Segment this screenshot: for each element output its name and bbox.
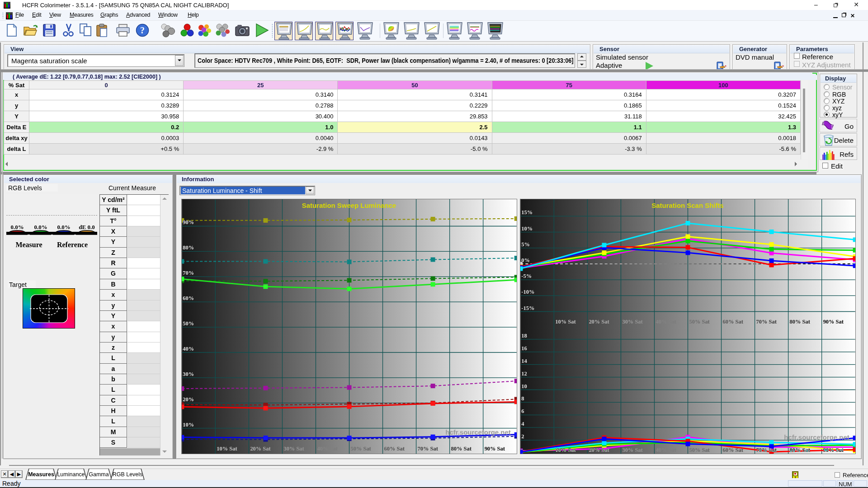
svg-text:50% Sat: 50% Sat [689,319,710,325]
svg-text:10% Sat: 10% Sat [555,447,576,453]
svg-text:0%: 0% [521,257,530,263]
svg-text:50% Sat: 50% Sat [689,447,710,453]
svg-text:30%: 30% [183,371,194,377]
svg-text:80%: 80% [183,244,194,251]
svg-text:-5%: -5% [521,273,532,279]
svg-text:20% Sat: 20% Sat [589,447,609,453]
svg-text:Saturation Sweep Luminance: Saturation Sweep Luminance [302,202,396,209]
svg-text:RGB Levels: RGB Levels [113,471,143,478]
svg-text:4: 4 [521,421,524,427]
svg-text:90% Sat: 90% Sat [823,319,844,325]
svg-text:5%: 5% [521,241,530,248]
svg-text:40% Sat: 40% Sat [317,446,338,452]
svg-text:50% Sat: 50% Sat [350,446,371,452]
svg-text:2: 2 [521,433,524,440]
svg-text:90% Sat: 90% Sat [485,446,505,452]
svg-text:8: 8 [521,395,524,402]
svg-text:70% Sat: 70% Sat [756,447,777,453]
svg-text:-15%: -15% [521,305,534,311]
svg-text:70%: 70% [183,270,194,276]
svg-text:?: ? [140,25,145,35]
svg-text:10: 10 [521,383,527,389]
svg-text:80% Sat: 80% Sat [790,447,811,453]
svg-text:Measures: Measures [28,471,54,478]
svg-text:10% Sat: 10% Sat [217,446,237,452]
svg-text:60%: 60% [183,295,194,301]
svg-text:Saturation Scan Shifts: Saturation Scan Shifts [651,202,723,209]
svg-text:90% Sat: 90% Sat [823,447,844,453]
svg-text:6: 6 [521,408,524,414]
svg-text:60% Sat: 60% Sat [723,447,744,453]
svg-text:-10%: -10% [521,289,534,295]
svg-text:80% Sat: 80% Sat [790,319,811,325]
svg-text:20% Sat: 20% Sat [589,319,609,325]
svg-text:60% Sat: 60% Sat [384,446,405,452]
svg-text:60% Sat: 60% Sat [723,319,744,325]
svg-text:40%: 40% [183,346,194,352]
svg-text:90%: 90% [183,220,194,226]
svg-text:30% Sat: 30% Sat [622,319,643,325]
svg-text:16: 16 [521,345,527,352]
svg-text:hcfr.sourceforge.net: hcfr.sourceforge.net [784,433,849,441]
svg-text:Gamma: Gamma [89,471,109,478]
svg-text:14: 14 [521,358,527,364]
svg-text:20%: 20% [183,396,194,403]
svg-text:30% Sat: 30% Sat [622,447,643,453]
svg-text:18: 18 [521,333,527,339]
svg-text:40% Sat: 40% Sat [656,319,676,325]
svg-text:40% Sat: 40% Sat [656,447,676,453]
svg-text:50%: 50% [183,320,194,327]
svg-text:80% Sat: 80% Sat [451,446,472,452]
svg-text:Luminance: Luminance [57,471,85,478]
svg-text:10% Sat: 10% Sat [555,319,576,325]
svg-text:70% Sat: 70% Sat [756,319,777,325]
svg-text:10%: 10% [183,422,194,428]
svg-text:10%: 10% [521,225,533,232]
svg-text:hcfr.sourceforge.net: hcfr.sourceforge.net [445,428,510,436]
svg-text:15%: 15% [521,209,533,216]
svg-text:20% Sat: 20% Sat [250,446,271,452]
svg-text:30% Sat: 30% Sat [283,446,304,452]
svg-text:12: 12 [521,371,527,377]
svg-text:70% Sat: 70% Sat [418,446,439,452]
